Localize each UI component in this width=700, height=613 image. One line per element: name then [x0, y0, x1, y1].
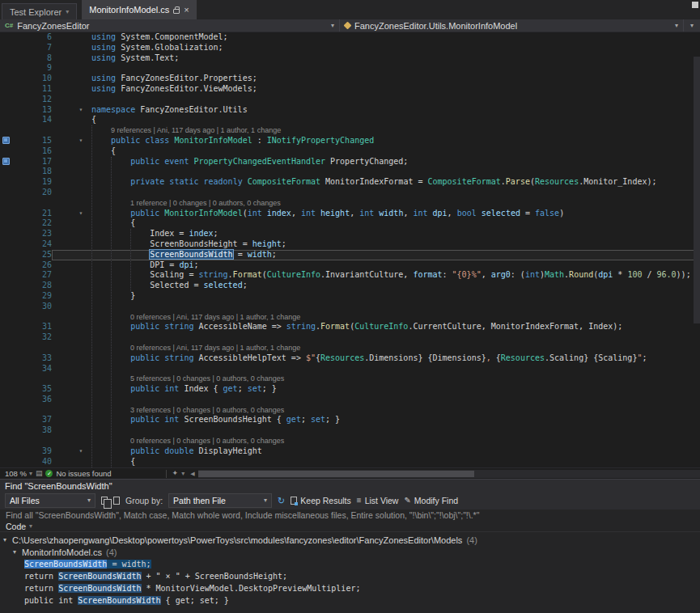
- result-file-row[interactable]: ▾MonitorInfoModel.cs(4): [0, 546, 700, 558]
- code-line[interactable]: 40 {: [0, 457, 700, 467]
- code-line[interactable]: 27 Scaling = string.Format(CultureInfo.I…: [0, 270, 700, 281]
- code-line[interactable]: 9: [0, 63, 700, 74]
- codelens-indicator[interactable]: 0 references | Ani, 117 days ago | 1 aut…: [87, 312, 700, 323]
- code-line[interactable]: 31 public string AccessibleName => strin…: [0, 322, 700, 332]
- chevron-down-icon[interactable]: ▾: [13, 548, 22, 556]
- fold-marker-icon[interactable]: ▾: [74, 209, 87, 219]
- result-path-row[interactable]: ▾C:\Users\zhaopengwang\Desktop\powertoys…: [0, 534, 700, 546]
- result-match-row[interactable]: ScreenBoundsWidth = width;: [0, 558, 700, 570]
- code-line[interactable]: 14{: [0, 115, 700, 125]
- glyph-margin: [0, 322, 15, 332]
- save-results-icon[interactable]: [113, 497, 120, 505]
- code-line[interactable]: 10using FancyZonesEditor.Properties;: [0, 74, 700, 84]
- code-line[interactable]: 37 public int ScreenBoundsHeight { get; …: [0, 415, 700, 425]
- scrollbar-thumb[interactable]: [694, 57, 700, 323]
- codelens-indicator[interactable]: 3 references | 0 changes | 0 authors, 0 …: [87, 405, 700, 416]
- keep-results-toggle[interactable]: Keep Results: [291, 496, 350, 505]
- tab-test-explorer[interactable]: Test Explorer ▾: [2, 3, 77, 19]
- code-line[interactable]: 12: [0, 95, 700, 105]
- code-line[interactable]: 21▾ public MonitorInfoModel(int index, i…: [0, 209, 700, 219]
- document-health-icon[interactable]: ▤: [36, 470, 43, 477]
- fold-marker-icon[interactable]: ▾: [74, 446, 87, 457]
- codelens-line[interactable]: 0 references | Ani, 117 days ago | 1 aut…: [0, 343, 700, 353]
- code-line[interactable]: 16 {: [0, 146, 700, 157]
- type-dropdown-label: FancyZonesEditor.Utils.MonitorInfoModel: [354, 21, 517, 31]
- result-type-filter[interactable]: Code ▾: [0, 521, 700, 532]
- copy-results-icon[interactable]: [101, 497, 108, 505]
- codelens-line[interactable]: 0 references | 0 changes | 0 authors, 0 …: [0, 436, 700, 446]
- horizontal-scrollbar[interactable]: [198, 470, 700, 478]
- code-line[interactable]: 22 {: [0, 218, 700, 229]
- result-match-row[interactable]: public int ScreenBoundsWidth { get; set;…: [0, 594, 700, 607]
- chevron-down-icon[interactable]: ▾: [3, 536, 12, 543]
- code-line[interactable]: 29 }: [0, 291, 700, 302]
- code-line[interactable]: 20: [0, 188, 700, 198]
- code-line[interactable]: 19 private static readonly CompositeForm…: [0, 177, 700, 188]
- scrollbar-thumb[interactable]: [198, 471, 474, 477]
- codelens-line[interactable]: 0 references | Ani, 117 days ago | 1 aut…: [0, 312, 700, 323]
- code-cleanup-icon[interactable]: ✦: [172, 470, 179, 477]
- code-line[interactable]: 24 ScreenBoundsHeight = height;: [0, 239, 700, 250]
- result-match-row[interactable]: return ScreenBoundsWidth + " × " + Scree…: [0, 570, 700, 582]
- codelens-indicator[interactable]: 1 reference | 0 changes | 0 authors, 0 c…: [87, 198, 700, 209]
- member-dropdown[interactable]: ▾: [684, 19, 700, 32]
- code-line[interactable]: 26 DPI = dpi;: [0, 260, 700, 271]
- codelens-indicator[interactable]: 0 references | 0 changes | 0 authors, 0 …: [87, 436, 700, 446]
- code-token: .InvariantCulture,: [320, 270, 413, 279]
- no-issues-indicator[interactable]: ✓ No issues found: [45, 469, 111, 478]
- code-line[interactable]: 39▾ public double DisplayHeight: [0, 446, 700, 457]
- codelens-line[interactable]: 3 references | 0 changes | 0 authors, 0 …: [0, 405, 700, 416]
- code-line[interactable]: 30: [0, 302, 700, 312]
- codelens-line[interactable]: 5 references | 0 changes | 0 authors, 0 …: [0, 374, 700, 384]
- find-results-header[interactable]: Find "ScreenBoundsWidth": [0, 479, 700, 492]
- modify-find-button[interactable]: ✎ Modify Find: [404, 496, 458, 505]
- scope-dropdown[interactable]: All Files ▾: [5, 493, 95, 508]
- codelens-line[interactable]: 1 reference | 0 changes | 0 authors, 0 c…: [0, 198, 700, 209]
- code-line[interactable]: 33 public string AccessibleHelpText => $…: [0, 353, 700, 364]
- code-line[interactable]: 8using System.Text;: [0, 53, 700, 64]
- code-line[interactable]: 7using System.Globalization;: [0, 43, 700, 53]
- code-line[interactable]: 6using System.ComponentModel;: [0, 32, 700, 43]
- project-dropdown[interactable]: C# FancyZonesEditor ▾: [0, 19, 340, 32]
- code-line[interactable]: 34: [0, 364, 700, 374]
- code-line[interactable]: 18: [0, 167, 700, 177]
- group-by-dropdown[interactable]: Path then File ▾: [168, 493, 272, 508]
- codelens-indicator[interactable]: 0 references | Ani, 117 days ago | 1 aut…: [87, 343, 700, 353]
- code-line[interactable]: 35 public int Index { get; set; }: [0, 384, 700, 395]
- chevron-down-icon[interactable]: ▾: [66, 9, 69, 15]
- code-line[interactable]: 17 public event PropertyChangedEventHand…: [0, 157, 700, 167]
- fold-marker-icon[interactable]: ▾: [74, 136, 87, 146]
- chevron-down-icon[interactable]: ▾: [331, 23, 334, 29]
- fold-marker-icon[interactable]: ▾: [74, 105, 87, 116]
- code-line[interactable]: 23 Index = index;: [0, 229, 700, 239]
- code-line[interactable]: 25 ScreenBoundsWidth = width;: [0, 250, 700, 260]
- code-editor[interactable]: 6using System.ComponentModel;7using Syst…: [0, 32, 700, 467]
- close-icon[interactable]: ×: [184, 6, 189, 15]
- code-line[interactable]: 32: [0, 332, 700, 343]
- code-line[interactable]: 11using FancyZonesEditor.ViewModels;: [0, 84, 700, 95]
- bookmark-icon[interactable]: [2, 158, 10, 165]
- code-line[interactable]: 13▾namespace FancyZonesEditor.Utils: [0, 105, 700, 116]
- code-line[interactable]: 38: [0, 425, 700, 436]
- codelens-indicator[interactable]: 9 references | Ani, 117 days ago | 1 aut…: [87, 125, 700, 136]
- type-dropdown[interactable]: FancyZonesEditor.Utils.MonitorInfoModel …: [340, 19, 684, 32]
- chevron-down-icon[interactable]: ▾: [181, 471, 185, 477]
- list-view-toggle[interactable]: ≡ List View: [357, 496, 399, 505]
- tab-monitorinfomodel[interactable]: MonitorInfoModel.cs ×: [82, 0, 196, 19]
- code-line[interactable]: 15▾ public class MonitorInfoModel : INot…: [0, 136, 700, 146]
- chevron-down-icon[interactable]: ▾: [690, 23, 694, 29]
- bookmark-icon[interactable]: [2, 137, 10, 144]
- code-text: {: [87, 115, 700, 125]
- code-token: ,: [486, 353, 496, 362]
- code-line[interactable]: 28 Selected = selected;: [0, 281, 700, 291]
- scroll-left-arrow[interactable]: ◀: [190, 471, 194, 477]
- chevron-down-icon[interactable]: ▾: [675, 23, 678, 29]
- codelens-indicator[interactable]: 5 references | 0 changes | 0 authors, 0 …: [87, 374, 700, 384]
- result-match-row[interactable]: return ScreenBoundsWidth * MonitorViewMo…: [0, 582, 700, 594]
- refresh-icon[interactable]: ↻: [278, 497, 285, 505]
- editor-vertical-scrollbar[interactable]: [694, 32, 700, 467]
- glyph-margin: [0, 167, 15, 177]
- code-line[interactable]: 36: [0, 395, 700, 405]
- zoom-control[interactable]: 108 % ▾: [5, 469, 32, 478]
- codelens-line[interactable]: 9 references | Ani, 117 days ago | 1 aut…: [0, 125, 700, 136]
